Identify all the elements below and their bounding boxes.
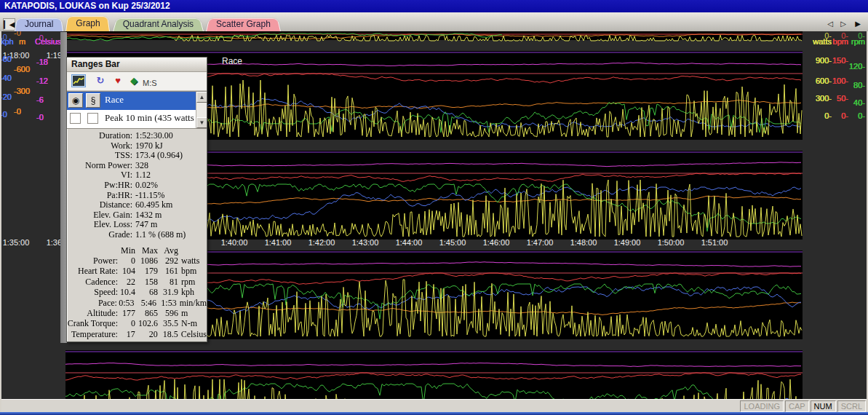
table-row: Pace:0:535:461:53min/km (67, 298, 207, 308)
axis-tick-label: 50- (837, 94, 848, 103)
axis-tick-label: -18 (36, 58, 48, 66)
scroll-down-icon[interactable]: ▼ (196, 117, 207, 128)
range-summary-stats: Duration:1:52:30.00Work:1970 kJTSS:173.4… (67, 131, 207, 240)
axis-tick-label: m (19, 37, 25, 46)
status-indicator-loading: LOADING (740, 400, 784, 412)
heart-icon[interactable]: ♥ (111, 74, 125, 87)
axis-tick-label: -0 (36, 113, 44, 122)
left-axis-row-2: wattsbpmrpm900-150-600-100-300-50-0-0-12… (0, 248, 64, 336)
axis-tick-label: -0 (14, 31, 21, 37)
graph-icon[interactable] (71, 74, 86, 87)
axis-tick-label: 120- (849, 62, 865, 71)
tab-scatter-graph[interactable]: Scatter Graph (206, 17, 281, 31)
axis-tick-label: 0- (841, 111, 848, 120)
tab-graph[interactable]: Graph (65, 15, 110, 31)
time-format-label: M:S (143, 76, 167, 90)
axis-tick-label: 80- (853, 81, 865, 90)
tab-last-icon[interactable]: ▶ (852, 18, 864, 30)
visibility-checkbox[interactable] (70, 113, 81, 124)
axis-tick-label: watts (813, 37, 832, 46)
table-row: Heart Rate:104179161bpm (67, 266, 207, 276)
ranges-bar-toolbar: ↻ ♥ ◆ M:S (67, 72, 207, 91)
status-indicator-scroll: SCRL (837, 400, 866, 412)
chart-panel: 0-0-0--0-0-01:18:001:19:001:20:001:21:00… (0, 31, 868, 399)
diamond-icon[interactable]: ◆ (127, 74, 141, 87)
table-row: Temperature:172018.5Celsius (67, 329, 207, 339)
table-row: Cadence:2215881rpm (67, 277, 207, 287)
chart-plot-remnant[interactable] (65, 31, 803, 40)
axis-tick-label: -6 (36, 95, 44, 104)
stat-line: Grade:1.1 % (688 m) (67, 230, 207, 240)
stat-line: Norm Power:328 (67, 161, 207, 171)
axis-tick-label: 40- (853, 98, 865, 107)
range-name-plot-label: Race (222, 56, 242, 66)
axis-tick-label: 0- (858, 111, 865, 120)
axis-tick-label: 150- (832, 56, 848, 65)
window-border-bottom (0, 412, 868, 415)
axis-tick-label: -60 (0, 55, 12, 63)
stat-line: Pw:HR:0.02% (67, 181, 207, 191)
tab-bar: ▎◀ Journal Graph Quadrant Analysis Scatt… (0, 12, 868, 31)
list-scrollbar[interactable]: ▲ ▼ (196, 92, 207, 128)
eye-icon[interactable]: ◉ (68, 93, 83, 108)
axis-tick-label: -300 (14, 87, 30, 95)
stat-line: TSS:173.4 (0.964) (67, 151, 207, 161)
range-minmaxavg-table: MinMaxAvgPower:01086292wattsHeart Rate:1… (67, 245, 207, 340)
status-indicator-caps: CAP (785, 400, 809, 412)
chart-plot-row-4[interactable] (65, 350, 803, 399)
tab-scroll-first-button[interactable]: ▎◀ (3, 18, 15, 31)
axis-tick-label: bpm (833, 37, 848, 46)
table-header-row: MinMaxAvg (67, 245, 207, 256)
window-border-left (0, 31, 1, 412)
axis-tick-label: 900- (816, 56, 832, 65)
axis-tick-label: Celsius (35, 37, 61, 46)
window-title: KATAPODIS, LOUKAS on Kup 25/3/2012 (0, 0, 868, 12)
table-row: Crank Torque:0102.635.5N-m (67, 318, 207, 328)
time-axis-label: 1:35:00 (0, 238, 36, 247)
link-checkbox[interactable] (87, 113, 98, 124)
axis-tick-label: 600- (816, 76, 832, 85)
table-row: Altitude:177865596m (67, 308, 207, 318)
stat-line: Work:1970 kJ (67, 141, 207, 151)
tab-next-icon[interactable]: ▷ (837, 18, 849, 30)
link-icon[interactable]: § (86, 93, 100, 108)
stat-line: Elev. Gain:1432 m (67, 210, 207, 221)
status-indicators: LOADING CAP NUM SCRL (740, 400, 866, 412)
range-row-peak[interactable]: Peak 10 min (435 watts (67, 110, 207, 128)
right-axis-row-2: kphmCelsius-60-40-20-0-600-300-0-18-12-6… (0, 336, 65, 399)
axis-tick-label: 300- (816, 94, 832, 103)
range-name: Race (105, 94, 124, 106)
range-row-race[interactable]: ◉ § Race (67, 92, 207, 110)
axis-tick-label: 0- (824, 111, 832, 120)
axis-tick-label: -12 (36, 76, 48, 85)
right-axis-row-1: kphmCelsius-60-40-20-0-600-300-0-18-12-6… (0, 149, 65, 238)
table-row: Speed:10.46831.9kph (67, 287, 207, 297)
range-name: Peak 10 min (435 watts (105, 112, 194, 124)
application-window: KATAPODIS, LOUKAS on Kup 25/3/2012 ▎◀ Jo… (0, 0, 868, 415)
axis-tick-label: -0 (14, 107, 21, 116)
stat-line: VI:1.12 (67, 170, 207, 181)
axis-tick-label: -20 (0, 92, 12, 101)
tab-strip: Journal Graph Quadrant Analysis Scatter … (15, 12, 283, 31)
status-bar: LOADING CAP NUM SCRL (0, 399, 868, 412)
stat-line: Duration:1:52:30.00 (67, 131, 207, 141)
scroll-up-icon[interactable]: ▲ (196, 92, 207, 103)
ranges-bar-titlebar[interactable]: Ranges Bar (67, 58, 207, 72)
axis-tick-label: 100- (832, 76, 848, 85)
stat-line: Pa:HR:-11.15% (67, 191, 207, 201)
refresh-icon[interactable]: ↻ (93, 74, 108, 87)
axis-tick-label: -600 (14, 65, 30, 74)
table-row: Power:01086292watts (67, 256, 207, 266)
axis-tick-label: -40 (0, 74, 12, 82)
status-indicator-num: NUM (811, 400, 836, 412)
axis-tick-label: rpm (851, 37, 865, 46)
ranges-bar-popup: Ranges Bar ↻ ♥ ◆ M:S ◉ § Race (66, 57, 207, 342)
axis-tick-label: kph (1, 37, 14, 46)
tab-prev-icon[interactable]: ◁ (824, 18, 836, 30)
stat-line: Elev. Loss:747 m (67, 220, 207, 230)
ranges-list: ◉ § Race Peak 10 min (435 watts ▲ ▼ (67, 91, 207, 129)
stat-line: Distance:60.495 km (67, 200, 207, 210)
tab-journal[interactable]: Journal (15, 17, 63, 31)
tab-quadrant-analysis[interactable]: Quadrant Analysis (113, 17, 204, 31)
